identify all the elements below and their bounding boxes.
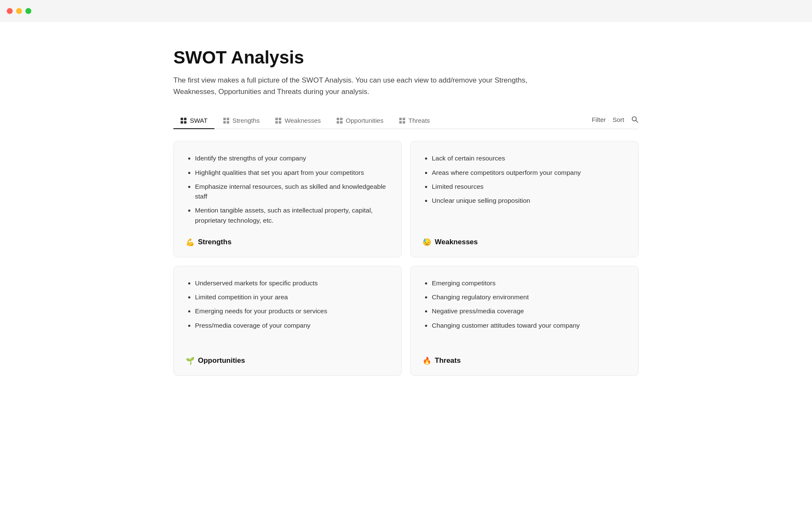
list-item: Press/media coverage of your company — [195, 320, 390, 330]
card-threats-footer: 🔥 Threats — [422, 356, 626, 365]
search-icon[interactable] — [631, 116, 639, 123]
close-button[interactable] — [7, 8, 13, 14]
tabs-actions: Filter Sort — [592, 116, 639, 126]
svg-rect-14 — [337, 121, 339, 124]
svg-rect-5 — [227, 118, 229, 120]
filter-button[interactable]: Filter — [592, 116, 606, 123]
list-item: Emerging competitors — [432, 278, 626, 288]
strengths-title: Strengths — [198, 238, 231, 246]
svg-point-20 — [632, 117, 636, 121]
card-threats-body: Emerging competitors Changing regulatory… — [422, 278, 626, 334]
opportunities-emoji: 🌱 — [186, 356, 195, 365]
card-opportunities-footer: 🌱 Opportunities — [186, 356, 390, 365]
card-opportunities-body: Underserved markets for specific product… — [186, 278, 390, 334]
tab-weaknesses-label: Weaknesses — [285, 117, 321, 124]
list-item: Changing customer attitudes toward your … — [432, 320, 626, 330]
tab-strengths-label: Strengths — [233, 117, 260, 124]
minimize-button[interactable] — [16, 8, 22, 14]
list-item: Changing regulatory environment — [432, 292, 626, 302]
card-threats-list: Emerging competitors Changing regulatory… — [422, 278, 626, 330]
sort-button[interactable]: Sort — [612, 116, 624, 123]
svg-rect-7 — [227, 121, 229, 124]
tab-opportunities-label: Opportunities — [346, 117, 384, 124]
card-threats: Emerging competitors Changing regulatory… — [410, 266, 639, 376]
svg-rect-9 — [279, 118, 281, 120]
list-item: Limited resources — [432, 182, 626, 191]
list-item: Limited competition in your area — [195, 292, 390, 302]
card-strengths-body: Identify the strengths of your company H… — [186, 153, 390, 229]
svg-rect-11 — [279, 121, 281, 124]
threats-emoji: 🔥 — [422, 356, 431, 365]
svg-rect-19 — [403, 121, 405, 124]
weaknesses-title: Weaknesses — [435, 238, 478, 246]
tab-swat[interactable]: SWAT — [173, 113, 214, 129]
svg-rect-8 — [275, 118, 278, 120]
svg-rect-2 — [181, 121, 183, 124]
tab-strengths[interactable]: Strengths — [216, 113, 266, 129]
opportunities-title: Opportunities — [198, 356, 245, 365]
grid-icon-strengths — [223, 117, 230, 124]
svg-rect-18 — [399, 121, 402, 124]
grid-icon-weaknesses — [275, 117, 282, 124]
card-weaknesses: Lack of certain resources Areas where co… — [410, 141, 639, 257]
svg-rect-6 — [223, 121, 226, 124]
svg-rect-15 — [340, 121, 343, 124]
grid-icon-threats — [399, 117, 406, 124]
card-strengths-list: Identify the strengths of your company H… — [186, 153, 390, 225]
list-item: Unclear unique selling proposition — [432, 196, 626, 205]
list-item: Emphasize internal resources, such as sk… — [195, 182, 390, 202]
list-item: Negative press/media coverage — [432, 306, 626, 316]
tab-threats-label: Threats — [409, 117, 430, 124]
card-opportunities-list: Underserved markets for specific product… — [186, 278, 390, 330]
grid-icon-opportunities — [336, 117, 343, 124]
svg-rect-12 — [337, 118, 339, 120]
svg-rect-10 — [275, 121, 278, 124]
list-item: Underserved markets for specific product… — [195, 278, 390, 288]
threats-title: Threats — [435, 356, 461, 365]
svg-rect-16 — [399, 118, 402, 120]
svg-rect-0 — [181, 118, 183, 120]
weaknesses-emoji: 😓 — [422, 238, 431, 247]
card-weaknesses-footer: 😓 Weaknesses — [422, 238, 626, 247]
main-content: SWOT Analysis The first view makes a ful… — [140, 22, 672, 393]
svg-line-21 — [636, 121, 638, 123]
list-item: Emerging needs for your products or serv… — [195, 306, 390, 316]
tab-swat-label: SWAT — [190, 117, 208, 124]
list-item: Identify the strengths of your company — [195, 153, 390, 163]
svg-rect-4 — [223, 118, 226, 120]
svg-rect-13 — [340, 118, 343, 120]
tab-threats[interactable]: Threats — [392, 113, 437, 129]
svg-rect-17 — [403, 118, 405, 120]
swot-grid: Identify the strengths of your company H… — [173, 141, 639, 376]
card-strengths-footer: 💪 Strengths — [186, 238, 390, 247]
list-item: Highlight qualities that set you apart f… — [195, 168, 390, 177]
list-item: Lack of certain resources — [432, 153, 626, 163]
card-weaknesses-list: Lack of certain resources Areas where co… — [422, 153, 626, 205]
card-weaknesses-body: Lack of certain resources Areas where co… — [422, 153, 626, 210]
page-description: The first view makes a full picture of t… — [173, 75, 554, 97]
svg-rect-3 — [184, 121, 187, 124]
tabs-bar: SWAT Strengths Weaknesses — [173, 113, 639, 129]
list-item: Mention tangible assets, such as intelle… — [195, 205, 390, 225]
maximize-button[interactable] — [25, 8, 31, 14]
page-title: SWOT Analysis — [173, 47, 639, 68]
list-item: Areas where competitors outperform your … — [432, 168, 626, 177]
card-opportunities: Underserved markets for specific product… — [173, 266, 402, 376]
tabs-list: SWAT Strengths Weaknesses — [173, 113, 592, 129]
strengths-emoji: 💪 — [186, 238, 195, 247]
grid-icon-swat — [180, 117, 187, 124]
tab-weaknesses[interactable]: Weaknesses — [268, 113, 328, 129]
svg-rect-1 — [184, 118, 187, 120]
titlebar — [0, 0, 812, 22]
card-strengths: Identify the strengths of your company H… — [173, 141, 402, 257]
tab-opportunities[interactable]: Opportunities — [329, 113, 390, 129]
